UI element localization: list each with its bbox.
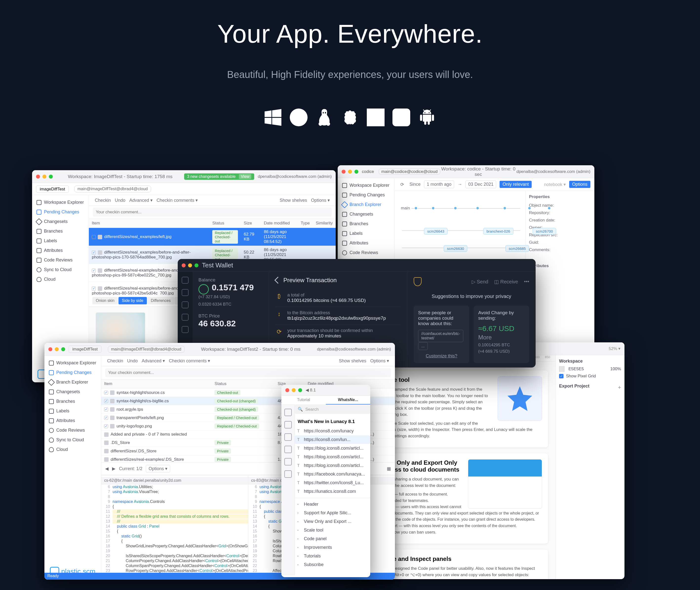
- tab-imageDiffTest[interactable]: imageDiffTest: [69, 346, 101, 353]
- preview-tx-header[interactable]: Preview Transaction: [275, 277, 401, 284]
- layer-link[interactable]: Thttps://icons8.com/lunacy: [295, 427, 370, 435]
- diff-tab-differences[interactable]: Differences: [147, 297, 174, 304]
- minimize-icon[interactable]: [292, 388, 296, 392]
- section-view-only-and-export-[interactable]: ▫View Only and Export ...: [295, 517, 370, 526]
- sidebar-item-branches[interactable]: Branches: [45, 397, 101, 406]
- tool-Photos[interactable]: [284, 446, 292, 453]
- row-checkbox[interactable]: [104, 424, 108, 428]
- code-pane-left[interactable]: cs-62@br:/main daniel.penalba/unity2d.co…: [101, 475, 248, 580]
- layer-link[interactable]: Thttps://facebook.com/lunacya...: [295, 470, 370, 479]
- tool-Icons[interactable]: [284, 470, 292, 478]
- until-field[interactable]: 03 Dec 2021: [465, 181, 496, 188]
- sidebar-item-sync-to-cloud[interactable]: Sync to Cloud: [45, 435, 101, 445]
- tool-Illustrations[interactable]: [284, 458, 292, 466]
- toolbar-show-shelves[interactable]: Show shelves: [278, 197, 309, 204]
- section-tutorials[interactable]: ▫Tutorials: [295, 552, 370, 561]
- maximize-icon[interactable]: [49, 175, 53, 179]
- add-export-button[interactable]: +: [618, 384, 621, 391]
- checkin-comment-input[interactable]: [93, 208, 332, 216]
- toolbar-advanced-[interactable]: Advanced ▾: [140, 358, 167, 364]
- close-icon[interactable]: [182, 264, 186, 267]
- canvas[interactable]: 5010015020025030035040045050055060065070…: [368, 355, 555, 579]
- close-icon[interactable]: [36, 175, 40, 179]
- toolbar-checkin[interactable]: Checkin: [93, 197, 113, 204]
- layer-link[interactable]: Thttps://blog.icons8.com/articl...: [295, 444, 370, 453]
- layer-link[interactable]: Thttps://twitter.com/Icons8_Lu...: [295, 479, 370, 487]
- workspace-tabs[interactable]: imageDiffTest: [36, 187, 70, 192]
- toolbar-checkin[interactable]: Checkin: [105, 358, 125, 364]
- sidebar-item-pending-changes[interactable]: Pending Changes: [32, 207, 89, 217]
- sidebar-item-changesets[interactable]: Changesets: [32, 217, 89, 226]
- table-row[interactable]: differentSizes/real_examples/left.jpgRep…: [89, 228, 336, 246]
- titlebar[interactable]: ◀ 8.1: [281, 385, 370, 396]
- search-input[interactable]: 🔍 Search: [295, 405, 370, 414]
- titlebar[interactable]: codice main@codice@codice@cloud Workspac…: [338, 165, 594, 178]
- section-scale-tool[interactable]: ▫Scale tool: [295, 526, 370, 534]
- sidebar-item-workspace-explorer[interactable]: Workspace Explorer: [338, 181, 394, 190]
- back-icon[interactable]: [274, 277, 281, 284]
- tool-Styles[interactable]: [284, 433, 292, 441]
- row-checkbox[interactable]: [104, 407, 108, 411]
- tab-imageDiffTest[interactable]: imageDiffTest: [36, 186, 69, 193]
- options-button[interactable]: Options: [569, 181, 590, 188]
- sidebar-item-changesets[interactable]: Changesets: [338, 209, 394, 219]
- row-checkbox[interactable]: [104, 399, 108, 403]
- sidebar-item-workspace-explorer[interactable]: Workspace Explorer: [45, 358, 101, 368]
- minimize-icon[interactable]: [348, 170, 352, 174]
- sidebar-item-branches[interactable]: Branches: [338, 219, 394, 229]
- maximize-icon[interactable]: [298, 388, 302, 392]
- row-checkbox[interactable]: [92, 235, 96, 239]
- toolbar-options-[interactable]: Options ▾: [309, 197, 332, 204]
- zoom-control[interactable]: 52% ▾: [609, 346, 620, 351]
- sidebar-item-labels[interactable]: Labels: [338, 229, 394, 238]
- layer-link[interactable]: Thttps://blog.icons8.com/articl...: [295, 461, 370, 470]
- tool-Components[interactable]: [284, 421, 292, 428]
- rail[interactable]: [281, 405, 295, 575]
- tab-tutorial[interactable]: Tutorial: [281, 396, 326, 404]
- sidebar-item-code-reviews[interactable]: Code Reviews: [45, 425, 101, 435]
- row-checkbox[interactable]: [104, 416, 108, 420]
- send-button[interactable]: ▷ Send: [472, 279, 488, 285]
- sidebar-item-branch-explorer[interactable]: Branch Explorer: [338, 200, 394, 209]
- view-toggle-icon[interactable]: ▦: [387, 466, 391, 471]
- sidebar-item-attributes[interactable]: Attributes: [338, 238, 394, 248]
- maximize-icon[interactable]: [61, 347, 65, 351]
- more-button[interactable]: •••: [524, 279, 529, 285]
- diff-tab-side-by-side[interactable]: Side by side: [118, 297, 147, 304]
- sidebar-item-workspace-explorer[interactable]: Workspace Explorer: [32, 198, 89, 207]
- titlebar[interactable]: Workspace: ImageDiffTest - Startup time:…: [32, 170, 336, 183]
- minimize-icon[interactable]: [42, 175, 47, 179]
- since-field[interactable]: 1 month ago: [424, 181, 454, 188]
- row-checkbox[interactable]: [92, 251, 96, 255]
- sidebar-item-code-reviews[interactable]: Code Reviews: [338, 248, 394, 258]
- tool-Layers[interactable]: [284, 409, 292, 416]
- sidebar-item-sync-to-cloud[interactable]: Sync to Cloud: [32, 265, 89, 275]
- toolbar-show-shelves[interactable]: Show shelves: [337, 358, 368, 364]
- sidebar-item-code-reviews[interactable]: Code Reviews: [32, 255, 89, 265]
- sidebar-item-cloud[interactable]: Cloud: [32, 275, 89, 284]
- sidebar-item-attributes[interactable]: Attributes: [45, 416, 101, 425]
- layer-link[interactable]: Thttps://blog.icons8.com/articl...: [295, 453, 370, 461]
- toolbar-options-[interactable]: Options ▾: [368, 358, 391, 364]
- sidebar-item-branches[interactable]: Branches: [32, 226, 89, 236]
- titlebar[interactable]: imageDiffTest main@imageDiffTest@dbrad4@…: [45, 343, 395, 356]
- row-checkbox[interactable]: [92, 269, 96, 273]
- section-support-for-apple-silic-[interactable]: ▫Support for Apple Silic...: [295, 509, 370, 517]
- sidebar-item-pending-changes[interactable]: Pending Changes: [338, 190, 394, 200]
- layer-link[interactable]: Thttps://lunatics.icons8.com: [295, 487, 370, 496]
- only-relevant-button[interactable]: Only relevant: [500, 181, 532, 188]
- tab-whatsnew[interactable]: WhatsNe...: [326, 396, 370, 404]
- maximize-icon[interactable]: [354, 170, 358, 174]
- refresh-icon[interactable]: ⟳: [399, 181, 406, 188]
- row-checkbox[interactable]: [104, 391, 108, 395]
- diff-tab-onion-skin[interactable]: Onion skin: [92, 297, 118, 304]
- new-changesets-badge[interactable]: 3 new changesets available View: [184, 173, 254, 180]
- close-icon[interactable]: [49, 347, 52, 351]
- sidebar-item-branch-explorer[interactable]: Branch Explorer: [45, 377, 101, 387]
- customize-link[interactable]: Customize this?: [418, 354, 465, 359]
- toolbar-undo[interactable]: Undo: [113, 197, 127, 204]
- section-header[interactable]: ▫Header: [295, 500, 370, 509]
- layer-link[interactable]: Thttps://icons8.com/lun...: [295, 435, 370, 444]
- titlebar[interactable]: Test Wallet: [178, 259, 536, 272]
- workspace-color-chip[interactable]: [559, 366, 564, 372]
